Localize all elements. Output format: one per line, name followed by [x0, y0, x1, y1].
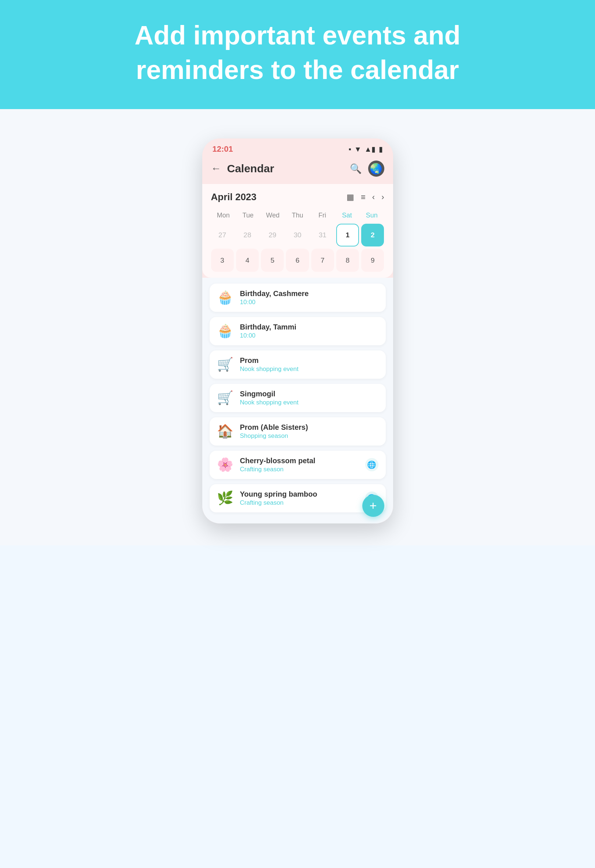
banner: Add important events and reminders to th…: [0, 0, 595, 109]
calendar-day-3[interactable]: 3: [211, 249, 234, 272]
event-info-4: Prom (Able Sisters)Shopping season: [240, 423, 379, 440]
event-info-0: Birthday, Cashmere10:00: [240, 289, 379, 306]
calendar-header: April 2023 ▦ ≡ ‹ ›: [211, 191, 384, 203]
event-info-1: Birthday, Tammi10:00: [240, 323, 379, 340]
event-sub-0: 10:00: [240, 299, 379, 306]
event-name-1: Birthday, Tammi: [240, 323, 379, 331]
event-icon-3: 🛒: [217, 390, 233, 406]
calendar-controls: ▦ ≡ ‹ ›: [346, 192, 384, 202]
add-event-button[interactable]: +: [362, 495, 384, 517]
event-sub-3: Nook shopping event: [240, 399, 379, 406]
back-button[interactable]: ←: [211, 163, 221, 174]
event-badge-5: 🌐: [365, 458, 379, 471]
calendar-day-5[interactable]: 5: [261, 249, 284, 272]
calendar-day-27[interactable]: 27: [211, 224, 234, 247]
day-header-thu: Thu: [285, 210, 310, 221]
event-item-5[interactable]: 🌸Cherry-blossom petalCrafting season🌐: [209, 451, 386, 479]
event-list-wrapper: 🧁Birthday, Cashmere10:00🧁Birthday, Tammi…: [202, 278, 393, 523]
event-item-3[interactable]: 🛒SingmogilNook shopping event: [209, 384, 386, 412]
wifi-icon: ▼: [354, 145, 362, 154]
calendar-list-icon[interactable]: ≡: [361, 192, 365, 202]
event-sub-1: 10:00: [240, 332, 379, 340]
event-name-4: Prom (Able Sisters): [240, 423, 379, 432]
calendar-view-icon[interactable]: ▦: [346, 192, 354, 202]
app-header: ← Calendar 🔍: [202, 157, 393, 184]
event-item-0[interactable]: 🧁Birthday, Cashmere10:00: [209, 283, 386, 312]
event-list: 🧁Birthday, Cashmere10:00🧁Birthday, Tammi…: [202, 278, 393, 523]
phone-frame: 12:01 ▪ ▼ ▲▮ ▮ ← Calendar 🔍 April 2023 ▦: [202, 139, 393, 523]
event-icon-6: 🌿: [217, 490, 233, 506]
event-item-2[interactable]: 🛒PromNook shopping event: [209, 350, 386, 379]
calendar-day-30[interactable]: 30: [286, 224, 309, 247]
calendar-day-28[interactable]: 28: [236, 224, 259, 247]
event-icon-0: 🧁: [217, 290, 233, 305]
event-sub-2: Nook shopping event: [240, 366, 379, 373]
status-time: 12:01: [212, 145, 233, 154]
calendar-day-1[interactable]: 1: [336, 224, 359, 247]
day-header-sat: Sat: [335, 210, 359, 221]
calendar-prev-button[interactable]: ‹: [372, 192, 375, 202]
status-icons: ▪ ▼ ▲▮ ▮: [349, 145, 383, 154]
day-header-wed: Wed: [260, 210, 285, 221]
day-headers: MonTueWedThuFriSatSun: [211, 210, 384, 221]
sim-icon: ▪: [349, 145, 351, 154]
event-item-6[interactable]: 🌿Young spring bambooCrafting season🌐: [209, 484, 386, 512]
calendar-grid: 2728293031123456789: [211, 224, 384, 272]
calendar-next-button[interactable]: ›: [381, 192, 384, 202]
event-name-2: Prom: [240, 356, 379, 365]
calendar-day-7[interactable]: 7: [311, 249, 334, 272]
event-name-5: Cherry-blossom petal: [240, 456, 365, 465]
page-title: Calendar: [227, 162, 348, 175]
event-icon-5: 🌸: [217, 457, 233, 472]
event-item-1[interactable]: 🧁Birthday, Tammi10:00: [209, 317, 386, 345]
event-name-3: Singmogil: [240, 390, 379, 398]
calendar-day-31[interactable]: 31: [311, 224, 334, 247]
calendar-day-2[interactable]: 2: [361, 224, 384, 247]
avatar[interactable]: [368, 161, 384, 177]
battery-icon: ▮: [379, 145, 383, 154]
header-icons: 🔍: [348, 161, 384, 177]
calendar-day-6[interactable]: 6: [286, 249, 309, 272]
event-icon-1: 🧁: [217, 323, 233, 339]
event-info-6: Young spring bambooCrafting season: [240, 490, 365, 506]
calendar-day-9[interactable]: 9: [361, 249, 384, 272]
banner-title: Add important events and reminders to th…: [29, 18, 566, 87]
status-bar: 12:01 ▪ ▼ ▲▮ ▮: [202, 139, 393, 157]
search-icon[interactable]: 🔍: [348, 161, 363, 176]
event-icon-4: 🏠: [217, 424, 233, 439]
event-sub-5: Crafting season: [240, 466, 365, 473]
event-name-6: Young spring bamboo: [240, 490, 365, 499]
event-info-5: Cherry-blossom petalCrafting season: [240, 456, 365, 473]
event-sub-4: Shopping season: [240, 433, 379, 440]
calendar-day-4[interactable]: 4: [236, 249, 259, 272]
event-sub-6: Crafting season: [240, 499, 365, 506]
calendar-day-8[interactable]: 8: [336, 249, 359, 272]
event-info-2: PromNook shopping event: [240, 356, 379, 373]
calendar-month-label: April 2023: [211, 191, 347, 203]
event-icon-2: 🛒: [217, 357, 233, 372]
calendar-section: April 2023 ▦ ≡ ‹ › MonTueWedThuFriSatSun…: [202, 184, 393, 278]
phone-wrapper: 12:01 ▪ ▼ ▲▮ ▮ ← Calendar 🔍 April 2023 ▦: [0, 109, 595, 545]
day-header-sun: Sun: [359, 210, 384, 221]
event-info-3: SingmogilNook shopping event: [240, 390, 379, 406]
day-header-tue: Tue: [236, 210, 260, 221]
day-header-fri: Fri: [310, 210, 334, 221]
event-item-4[interactable]: 🏠Prom (Able Sisters)Shopping season: [209, 417, 386, 446]
day-header-mon: Mon: [211, 210, 236, 221]
event-name-0: Birthday, Cashmere: [240, 289, 379, 298]
calendar-day-29[interactable]: 29: [261, 224, 284, 247]
signal-icon: ▲▮: [364, 145, 376, 154]
